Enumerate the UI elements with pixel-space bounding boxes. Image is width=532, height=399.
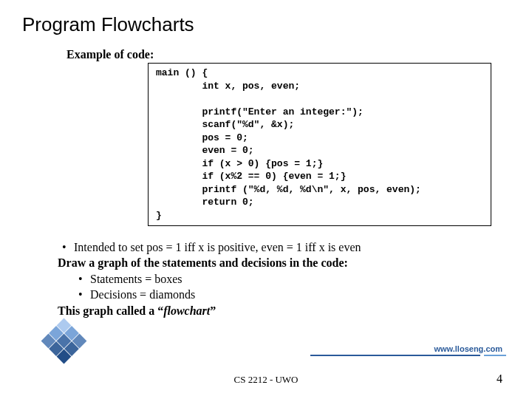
flowchart-suffix: ” <box>210 304 216 317</box>
bullet-decisions: • Decisions = diamonds <box>74 287 510 303</box>
course-label: CS 2212 - UWO <box>233 374 298 386</box>
footer-url: www.lloseng.com <box>434 344 503 353</box>
bullet-intent-text: Intended to set pos = 1 iff x is positiv… <box>74 239 361 256</box>
bullet-statements: • Statements = boxes <box>74 271 510 287</box>
bullet-dot-icon: • <box>74 287 90 303</box>
code-subtitle: Example of code: <box>66 48 510 61</box>
bullet-dot-icon: • <box>74 271 90 287</box>
flowchart-line: This graph called a “flowchart” <box>58 303 510 319</box>
body-text: • Intended to set pos = 1 iff x is posit… <box>58 239 510 319</box>
flowchart-word: flowchart <box>163 304 210 317</box>
footer-divider <box>0 355 532 356</box>
bullet-intent: • Intended to set pos = 1 iff x is posit… <box>58 239 510 256</box>
code-block: main () { int x, pos, even; printf("Ente… <box>148 63 491 226</box>
bullet-statements-text: Statements = boxes <box>90 271 183 287</box>
bullet-decisions-text: Decisions = diamonds <box>90 287 195 303</box>
diamond-logo-icon <box>41 318 92 369</box>
slide: Program Flowcharts Example of code: main… <box>0 0 532 399</box>
slide-title: Program Flowcharts <box>22 13 510 36</box>
flowchart-prefix: This graph called a “ <box>58 304 163 317</box>
draw-graph-line: Draw a graph of the statements and decis… <box>58 255 510 271</box>
page-number: 4 <box>497 372 502 386</box>
bullet-dot-icon: • <box>58 239 74 256</box>
